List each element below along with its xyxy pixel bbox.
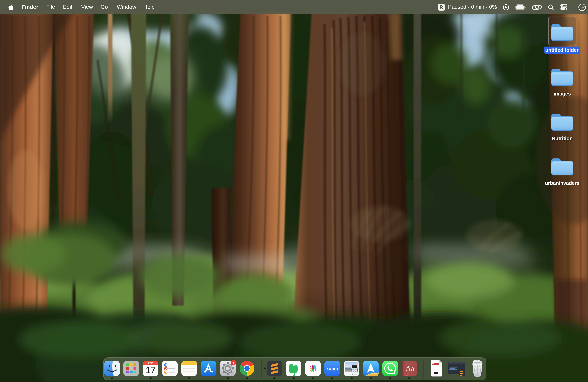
svg-text:zoom: zoom [326, 366, 338, 371]
svg-text:17: 17 [146, 365, 156, 375]
svg-text:1: 1 [232, 361, 234, 365]
svg-text:Aa: Aa [406, 364, 414, 373]
svg-text:FEB: FEB [148, 362, 153, 365]
